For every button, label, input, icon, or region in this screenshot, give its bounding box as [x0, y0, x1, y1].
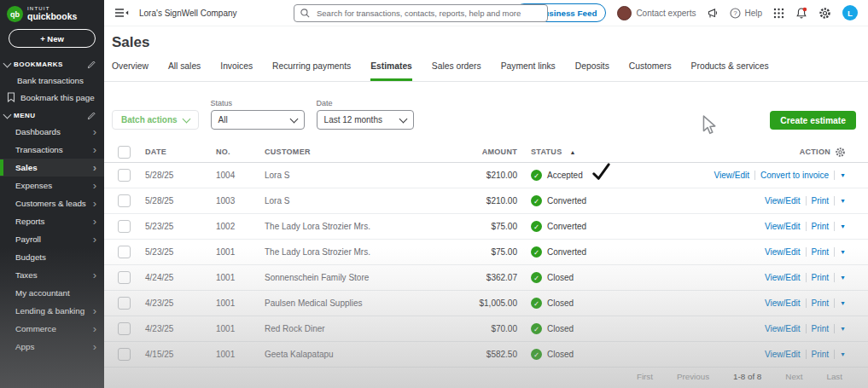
action-dropdown-icon[interactable]: ▼: [840, 249, 846, 255]
cell-customer[interactable]: Lora S: [265, 171, 440, 180]
tab-estimates[interactable]: Estimates: [370, 61, 412, 81]
sidebar-toggle-icon[interactable]: [114, 8, 129, 18]
cell-customer[interactable]: The Lady Lora Strozier Mrs.: [265, 222, 440, 231]
table-settings-gear-icon[interactable]: [835, 147, 846, 158]
bookmarks-section-header[interactable]: BOOKMARKS: [0, 55, 104, 72]
view-edit-link[interactable]: View/Edit: [714, 171, 750, 180]
row-checkbox[interactable]: [118, 297, 131, 310]
view-edit-link[interactable]: View/Edit: [765, 247, 801, 257]
sidebar-item-sales[interactable]: Sales›: [0, 159, 104, 177]
pagination-first[interactable]: First: [637, 372, 653, 381]
header-no[interactable]: NO.: [216, 148, 265, 156]
convert-to-invoice-link[interactable]: Convert to invoice: [760, 171, 829, 180]
edit-pencil-icon[interactable]: [87, 60, 96, 69]
print-link[interactable]: Print: [812, 350, 830, 359]
contact-experts-button[interactable]: Contact experts: [617, 6, 696, 20]
cell-customer[interactable]: The Lady Lora Strozier Mrs.: [265, 247, 440, 257]
notifications-bell-icon[interactable]: [795, 7, 807, 20]
tab-deposits[interactable]: Deposits: [575, 61, 609, 81]
sidebar-item-transactions[interactable]: Transactions›: [0, 141, 104, 159]
sidebar-item-bank-transactions[interactable]: Bank transactions: [0, 72, 104, 89]
create-estimate-button[interactable]: Create estimate: [770, 111, 856, 130]
row-checkbox[interactable]: [118, 348, 131, 361]
action-dropdown-icon[interactable]: ▼: [840, 351, 846, 357]
tab-payment-links[interactable]: Payment links: [501, 61, 556, 81]
menu-section-header[interactable]: MENU: [0, 106, 104, 123]
sidebar-item-lending-banking[interactable]: Lending & banking›: [0, 302, 104, 320]
cell-no: 1001: [216, 298, 265, 308]
row-checkbox[interactable]: [118, 271, 131, 284]
tab-customers[interactable]: Customers: [629, 61, 672, 81]
view-edit-link[interactable]: View/Edit: [765, 298, 801, 308]
pagination-previous[interactable]: Previous: [677, 372, 709, 381]
pagination-last[interactable]: Last: [826, 372, 842, 381]
help-button[interactable]: ? Help: [730, 8, 762, 19]
global-search[interactable]: [294, 4, 548, 22]
header-date[interactable]: DATE: [145, 148, 216, 156]
row-checkbox[interactable]: [118, 246, 131, 258]
action-dropdown-icon[interactable]: ▼: [840, 223, 846, 229]
profile-avatar[interactable]: L: [842, 5, 858, 20]
view-edit-link[interactable]: View/Edit: [765, 273, 801, 282]
sidebar-item-taxes[interactable]: Taxes›: [0, 266, 104, 284]
sidebar-item-reports[interactable]: Reports›: [0, 212, 104, 230]
feedback-megaphone-icon[interactable]: [707, 8, 719, 19]
action-dropdown-icon[interactable]: ▼: [840, 172, 846, 178]
header-status[interactable]: STATUS ▲: [517, 148, 662, 156]
view-edit-link[interactable]: View/Edit: [765, 196, 801, 206]
sidebar-item-expenses[interactable]: Expenses›: [0, 177, 104, 194]
action-dropdown-icon[interactable]: ▼: [840, 300, 846, 306]
cell-customer[interactable]: Geeta Kalapatapu: [265, 350, 440, 359]
status-check-icon: ✓: [531, 323, 542, 334]
edit-pencil-icon[interactable]: [87, 111, 96, 120]
print-link[interactable]: Print: [812, 222, 830, 231]
sidebar-item-bookmark-this-page[interactable]: Bookmark this page: [0, 89, 104, 106]
quickbooks-logo[interactable]: qb INTUIT quickbooks: [0, 0, 104, 26]
row-checkbox[interactable]: [118, 322, 131, 335]
cell-customer[interactable]: Lora S: [265, 196, 440, 206]
sidebar-item-payroll[interactable]: Payroll›: [0, 230, 104, 248]
tab-sales-orders[interactable]: Sales orders: [432, 61, 481, 81]
tab-all-sales[interactable]: All sales: [168, 61, 201, 81]
row-checkbox[interactable]: [118, 194, 131, 207]
sidebar-item-apps[interactable]: Apps›: [0, 338, 104, 356]
new-button[interactable]: + New: [9, 29, 96, 48]
row-checkbox[interactable]: [118, 169, 131, 182]
action-dropdown-icon[interactable]: ▼: [840, 326, 846, 332]
cell-customer[interactable]: Red Rock Diner: [265, 324, 440, 333]
select-all-checkbox[interactable]: [118, 146, 131, 159]
cell-customer[interactable]: Paulsen Medical Supplies: [265, 298, 440, 308]
view-edit-link[interactable]: View/Edit: [765, 324, 801, 333]
sidebar-item-commerce[interactable]: Commerce›: [0, 320, 104, 338]
view-edit-link[interactable]: View/Edit: [765, 350, 801, 359]
header-customer[interactable]: CUSTOMER: [265, 148, 440, 156]
row-checkbox[interactable]: [118, 220, 131, 233]
search-input[interactable]: [315, 8, 541, 19]
print-link[interactable]: Print: [812, 298, 830, 308]
tab-recurring-payments[interactable]: Recurring payments: [272, 61, 351, 81]
header-amount[interactable]: AMOUNT: [440, 148, 517, 156]
pagination-next[interactable]: Next: [785, 372, 802, 381]
sidebar-item-customers-leads[interactable]: Customers & leads›: [0, 194, 104, 212]
action-dropdown-icon[interactable]: ▼: [840, 198, 846, 204]
status-check-icon: ✓: [531, 298, 542, 309]
print-link[interactable]: Print: [812, 196, 830, 206]
tab-overview[interactable]: Overview: [112, 61, 149, 81]
cell-customer[interactable]: Sonnenschein Family Store: [265, 273, 440, 282]
date-filter-select[interactable]: Last 12 months: [317, 110, 414, 130]
action-dropdown-icon[interactable]: ▼: [840, 275, 846, 281]
status-filter-select[interactable]: All: [211, 110, 305, 130]
sidebar-item-my-accountant[interactable]: My accountant: [0, 284, 104, 302]
print-link[interactable]: Print: [812, 273, 830, 282]
sidebar-item-dashboards[interactable]: Dashboards›: [0, 123, 104, 141]
company-name[interactable]: Lora's SignWell Company: [139, 9, 237, 18]
print-link[interactable]: Print: [812, 247, 830, 257]
view-edit-link[interactable]: View/Edit: [765, 222, 801, 231]
print-link[interactable]: Print: [812, 324, 830, 333]
tab-invoices[interactable]: Invoices: [220, 61, 253, 81]
tab-products-services[interactable]: Products & services: [691, 61, 769, 81]
batch-actions-button[interactable]: Batch actions: [112, 110, 199, 130]
settings-gear-icon[interactable]: [818, 7, 831, 20]
apps-grid-icon[interactable]: [773, 8, 784, 19]
sidebar-item-budgets[interactable]: Budgets: [0, 248, 104, 266]
